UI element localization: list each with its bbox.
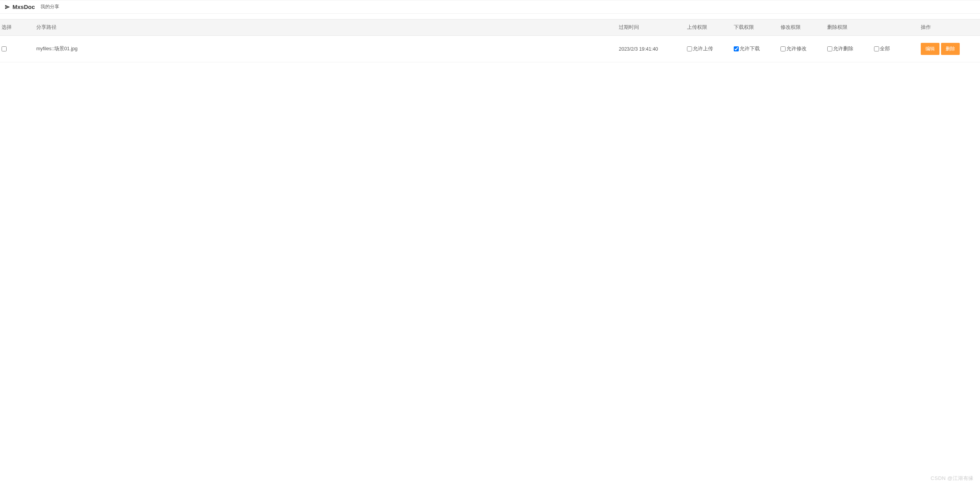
- delete-label: 允许删除: [833, 46, 853, 52]
- col-header-upload: 上传权限: [684, 19, 731, 35]
- row-select-checkbox[interactable]: [2, 46, 7, 51]
- cell-all: 全部: [871, 41, 918, 57]
- all-checkbox-wrap[interactable]: 全部: [874, 46, 890, 52]
- delete-button[interactable]: 删除: [941, 43, 960, 55]
- upload-checkbox[interactable]: [687, 46, 692, 51]
- all-checkbox[interactable]: [874, 46, 879, 51]
- upload-checkbox-wrap[interactable]: 允许上传: [687, 46, 713, 52]
- logo-group: MxsDoc: [5, 4, 35, 10]
- download-checkbox[interactable]: [734, 46, 739, 51]
- table-row: myfiles::场景01.jpg 2023/2/3 19:41:40 允许上传…: [0, 36, 980, 62]
- cell-upload: 允许上传: [684, 41, 731, 57]
- page-title: 我的分享: [41, 4, 59, 10]
- cell-action: 编辑 删除: [918, 38, 980, 60]
- app-name: MxsDoc: [12, 4, 35, 10]
- header-bar: MxsDoc 我的分享: [0, 0, 980, 14]
- upload-label: 允许上传: [693, 46, 713, 52]
- cell-path: myfiles::场景01.jpg: [33, 41, 616, 57]
- table-header: 选择 分享路径 过期时间 上传权限 下载权限 修改权限 删除权限 操作: [0, 19, 980, 36]
- modify-checkbox[interactable]: [780, 46, 786, 51]
- col-header-all: [871, 19, 918, 35]
- col-header-download: 下载权限: [731, 19, 777, 35]
- cell-select: [0, 42, 33, 56]
- cell-delete: 允许删除: [824, 41, 871, 57]
- col-header-expire: 过期时间: [616, 19, 684, 35]
- delete-checkbox-wrap[interactable]: 允许删除: [827, 46, 853, 52]
- col-header-delete: 删除权限: [824, 19, 871, 35]
- col-header-path: 分享路径: [33, 19, 616, 35]
- all-label: 全部: [880, 46, 890, 52]
- col-header-action: 操作: [918, 19, 980, 35]
- cell-modify: 允许修改: [777, 41, 824, 57]
- col-header-modify: 修改权限: [777, 19, 824, 35]
- download-checkbox-wrap[interactable]: 允许下载: [734, 46, 760, 52]
- cell-download: 允许下载: [731, 41, 777, 57]
- download-label: 允许下载: [740, 46, 760, 52]
- paper-plane-icon: [5, 4, 10, 10]
- delete-checkbox[interactable]: [827, 46, 832, 51]
- cell-expire: 2023/2/3 19:41:40: [616, 42, 684, 56]
- modify-label: 允许修改: [786, 46, 807, 52]
- modify-checkbox-wrap[interactable]: 允许修改: [780, 46, 807, 52]
- col-header-select: 选择: [0, 19, 33, 35]
- edit-button[interactable]: 编辑: [921, 43, 939, 55]
